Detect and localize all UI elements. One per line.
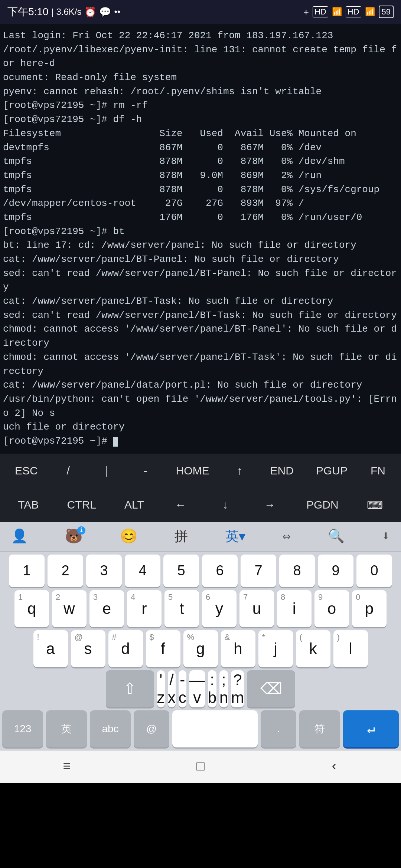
key-f[interactable]: $f: [146, 630, 180, 667]
key-o[interactable]: 9o: [314, 590, 349, 627]
nav-bar: ≡ □ ‹: [0, 750, 401, 783]
key-space[interactable]: [172, 710, 258, 747]
key-s[interactable]: @s: [71, 630, 105, 667]
keyboard-toolbar: 👤 🐻 i 😊 拼 英▾ ⇔ 🔍 ⬇: [0, 522, 401, 552]
key-v[interactable]: —v: [189, 670, 205, 707]
extra-keys-row1[interactable]: ESC / | - HOME ↑ END PGUP FN: [0, 454, 401, 488]
alarm-icon: ⏰: [84, 6, 96, 18]
dots-icon: ••: [114, 7, 120, 17]
key-x[interactable]: /x: [168, 670, 176, 707]
key-shift[interactable]: ⇧: [106, 670, 154, 707]
emoji-icon[interactable]: 😊: [120, 528, 137, 545]
key-m[interactable]: ?m: [231, 670, 244, 707]
key-u[interactable]: 7u: [239, 590, 274, 627]
key-num-9[interactable]: 9: [318, 555, 353, 587]
extra-keys-row2[interactable]: TAB CTRL ALT ← ↓ → PGDN ⌨: [0, 488, 401, 522]
bluetooth-icon: +: [303, 6, 309, 18]
key-z[interactable]: 'z: [157, 670, 165, 707]
key-num-5[interactable]: 5: [163, 555, 199, 587]
key-123[interactable]: 123: [2, 710, 43, 747]
key-a[interactable]: !a: [33, 630, 68, 667]
lang-label: 英: [225, 529, 239, 544]
cursor-icon[interactable]: ⇔: [283, 528, 291, 545]
keyboard-rows: 1234567890 1q2w3e4r5t6y7u8i9o0p !a@s#d$f…: [0, 552, 401, 707]
status-left: 下午5:10 | 3.6K/s ⏰ 💬 ••: [7, 5, 120, 19]
key-g[interactable]: %g: [183, 630, 218, 667]
status-time: 下午5:10: [7, 5, 49, 19]
key-e[interactable]: 3e: [89, 590, 124, 627]
key-num-8[interactable]: 8: [279, 555, 315, 587]
terminal-output[interactable]: Last login: Fri Oct 22 22:46:17 2021 fro…: [0, 24, 401, 454]
key-w[interactable]: 2w: [52, 590, 87, 627]
key-i[interactable]: 8i: [277, 590, 312, 627]
nav-back[interactable]: ‹: [315, 753, 353, 780]
du-badge: i: [77, 526, 85, 535]
hd2-icon: HD: [346, 6, 361, 17]
keyboard-area: 👤 🐻 i 😊 拼 英▾ ⇔ 🔍 ⬇ 1234567890 1q2w3e4r5t…: [0, 522, 401, 750]
avatar-icon: 👤: [11, 528, 28, 545]
key-left[interactable]: ←: [169, 493, 192, 516]
battery-icon: 59: [379, 6, 394, 18]
key-esc[interactable]: ESC: [12, 459, 41, 482]
key-num-4[interactable]: 4: [125, 555, 160, 587]
key-right[interactable]: →: [259, 493, 281, 516]
key-alt[interactable]: ALT: [121, 493, 147, 516]
key-period[interactable]: .: [261, 710, 296, 747]
nav-menu[interactable]: ≡: [48, 753, 86, 780]
status-right: + HD 📶 HD 📶 59: [303, 6, 394, 18]
key-num-2[interactable]: 2: [48, 555, 83, 587]
du-icon-wrapper[interactable]: 🐻 i: [65, 528, 82, 545]
key-down[interactable]: ↓: [214, 493, 236, 516]
key-num-1[interactable]: 1: [9, 555, 45, 587]
letter-row-3: ⇧'z/x-c—v:b;n?m⌫: [2, 670, 399, 707]
hd1-icon: HD: [313, 6, 328, 17]
key-n[interactable]: ;n: [219, 670, 228, 707]
letter-row-1: 1q2w3e4r5t6y7u8i9o0p: [2, 590, 399, 627]
key-abc[interactable]: abc: [90, 710, 131, 747]
key-home[interactable]: HOME: [173, 459, 212, 482]
bottom-row: 123英abc@.符↵: [0, 710, 401, 750]
key-fn[interactable]: FN: [367, 459, 389, 482]
key-c[interactable]: -c: [179, 670, 186, 707]
key-minus[interactable]: -: [134, 459, 157, 482]
key-num-0[interactable]: 0: [356, 555, 392, 587]
key-q[interactable]: 1q: [14, 590, 49, 627]
key-ctrl[interactable]: CTRL: [64, 493, 99, 516]
status-network: | 3.6K/s: [52, 7, 82, 17]
signal1-icon: 📶: [332, 7, 342, 17]
key-b[interactable]: :b: [208, 670, 216, 707]
chat-icon: 💬: [99, 6, 111, 18]
key-end[interactable]: END: [267, 459, 297, 482]
search-icon[interactable]: 🔍: [328, 528, 345, 545]
key-pgdn[interactable]: PGDN: [303, 493, 342, 516]
key-k[interactable]: (k: [296, 630, 330, 667]
key-num-6[interactable]: 6: [202, 555, 238, 587]
nav-home[interactable]: □: [182, 753, 219, 780]
key-d[interactable]: #d: [108, 630, 143, 667]
key-pgup[interactable]: PGUP: [313, 459, 351, 482]
key-l[interactable]: )l: [333, 630, 368, 667]
collapse-icon[interactable]: ⬇: [382, 528, 390, 545]
key-backspace[interactable]: ⌫: [247, 670, 295, 707]
key-up[interactable]: ↑: [229, 459, 251, 482]
key-j[interactable]: *j: [258, 630, 293, 667]
key-return[interactable]: ↵: [343, 710, 399, 747]
key-r[interactable]: 4r: [127, 590, 162, 627]
key-tab[interactable]: TAB: [15, 493, 42, 516]
key-slash[interactable]: /: [57, 459, 79, 482]
key-num-7[interactable]: 7: [241, 555, 276, 587]
key-fu[interactable]: 符: [299, 710, 340, 747]
key-num-3[interactable]: 3: [86, 555, 122, 587]
key-eng[interactable]: 英: [46, 710, 87, 747]
key-keyboard[interactable]: ⌨: [364, 493, 386, 517]
key-h[interactable]: &h: [221, 630, 255, 667]
key-t[interactable]: 5t: [164, 590, 199, 627]
key-pipe[interactable]: |: [96, 459, 118, 482]
lang-selector[interactable]: 英▾: [225, 527, 245, 546]
key-y[interactable]: 6y: [202, 590, 237, 627]
key-at[interactable]: @: [134, 710, 169, 747]
letter-row-2: !a@s#d$f%g&h*j(k)l: [2, 630, 399, 667]
pinyin-label[interactable]: 拼: [175, 527, 188, 546]
lang-arrow: ▾: [239, 529, 245, 544]
key-p[interactable]: 0p: [352, 590, 387, 627]
